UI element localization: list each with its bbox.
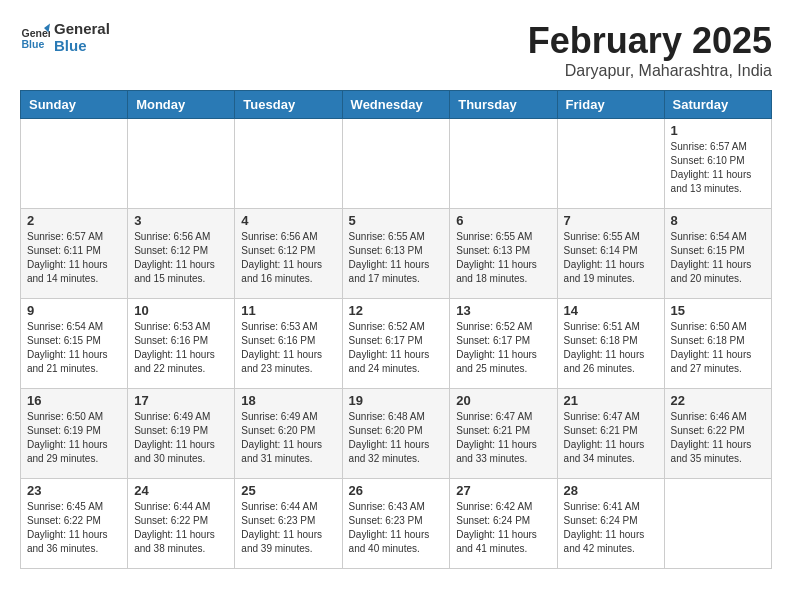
day-number: 19 [349,393,444,408]
day-number: 1 [671,123,765,138]
day-number: 13 [456,303,550,318]
day-info: Sunrise: 6:57 AM Sunset: 6:10 PM Dayligh… [671,140,765,196]
day-info: Sunrise: 6:51 AM Sunset: 6:18 PM Dayligh… [564,320,658,376]
day-info: Sunrise: 6:46 AM Sunset: 6:22 PM Dayligh… [671,410,765,466]
header-friday: Friday [557,91,664,119]
day-number: 17 [134,393,228,408]
calendar-cell: 6Sunrise: 6:55 AM Sunset: 6:13 PM Daylig… [450,209,557,299]
day-number: 2 [27,213,121,228]
calendar-cell: 18Sunrise: 6:49 AM Sunset: 6:20 PM Dayli… [235,389,342,479]
day-number: 15 [671,303,765,318]
day-info: Sunrise: 6:50 AM Sunset: 6:19 PM Dayligh… [27,410,121,466]
calendar-cell: 25Sunrise: 6:44 AM Sunset: 6:23 PM Dayli… [235,479,342,569]
calendar-cell: 27Sunrise: 6:42 AM Sunset: 6:24 PM Dayli… [450,479,557,569]
calendar-cell: 8Sunrise: 6:54 AM Sunset: 6:15 PM Daylig… [664,209,771,299]
day-info: Sunrise: 6:44 AM Sunset: 6:23 PM Dayligh… [241,500,335,556]
day-number: 22 [671,393,765,408]
calendar-cell: 22Sunrise: 6:46 AM Sunset: 6:22 PM Dayli… [664,389,771,479]
day-number: 5 [349,213,444,228]
calendar-cell: 3Sunrise: 6:56 AM Sunset: 6:12 PM Daylig… [128,209,235,299]
day-info: Sunrise: 6:53 AM Sunset: 6:16 PM Dayligh… [134,320,228,376]
day-info: Sunrise: 6:47 AM Sunset: 6:21 PM Dayligh… [564,410,658,466]
day-info: Sunrise: 6:53 AM Sunset: 6:16 PM Dayligh… [241,320,335,376]
calendar-cell: 10Sunrise: 6:53 AM Sunset: 6:16 PM Dayli… [128,299,235,389]
day-number: 11 [241,303,335,318]
day-number: 18 [241,393,335,408]
day-info: Sunrise: 6:56 AM Sunset: 6:12 PM Dayligh… [134,230,228,286]
logo-text-line1: General [54,20,110,37]
calendar-table: SundayMondayTuesdayWednesdayThursdayFrid… [20,90,772,569]
day-number: 21 [564,393,658,408]
calendar-week-row: 1Sunrise: 6:57 AM Sunset: 6:10 PM Daylig… [21,119,772,209]
calendar-cell: 21Sunrise: 6:47 AM Sunset: 6:21 PM Dayli… [557,389,664,479]
day-number: 14 [564,303,658,318]
calendar-cell [664,479,771,569]
calendar-cell [235,119,342,209]
logo-icon: General Blue [20,22,50,52]
day-info: Sunrise: 6:41 AM Sunset: 6:24 PM Dayligh… [564,500,658,556]
header-sunday: Sunday [21,91,128,119]
day-info: Sunrise: 6:57 AM Sunset: 6:11 PM Dayligh… [27,230,121,286]
calendar-cell [21,119,128,209]
day-number: 24 [134,483,228,498]
calendar-cell: 2Sunrise: 6:57 AM Sunset: 6:11 PM Daylig… [21,209,128,299]
calendar-cell: 19Sunrise: 6:48 AM Sunset: 6:20 PM Dayli… [342,389,450,479]
calendar-cell [128,119,235,209]
calendar-cell: 12Sunrise: 6:52 AM Sunset: 6:17 PM Dayli… [342,299,450,389]
day-number: 10 [134,303,228,318]
header-wednesday: Wednesday [342,91,450,119]
day-info: Sunrise: 6:49 AM Sunset: 6:19 PM Dayligh… [134,410,228,466]
day-number: 27 [456,483,550,498]
calendar-cell: 16Sunrise: 6:50 AM Sunset: 6:19 PM Dayli… [21,389,128,479]
day-info: Sunrise: 6:44 AM Sunset: 6:22 PM Dayligh… [134,500,228,556]
calendar-cell: 24Sunrise: 6:44 AM Sunset: 6:22 PM Dayli… [128,479,235,569]
calendar-cell: 9Sunrise: 6:54 AM Sunset: 6:15 PM Daylig… [21,299,128,389]
calendar-cell: 5Sunrise: 6:55 AM Sunset: 6:13 PM Daylig… [342,209,450,299]
day-number: 28 [564,483,658,498]
header-monday: Monday [128,91,235,119]
day-number: 9 [27,303,121,318]
calendar-cell: 1Sunrise: 6:57 AM Sunset: 6:10 PM Daylig… [664,119,771,209]
calendar-cell: 17Sunrise: 6:49 AM Sunset: 6:19 PM Dayli… [128,389,235,479]
day-number: 6 [456,213,550,228]
calendar-header-row: SundayMondayTuesdayWednesdayThursdayFrid… [21,91,772,119]
header-tuesday: Tuesday [235,91,342,119]
calendar-week-row: 16Sunrise: 6:50 AM Sunset: 6:19 PM Dayli… [21,389,772,479]
day-number: 25 [241,483,335,498]
calendar-subtitle: Daryapur, Maharashtra, India [528,62,772,80]
calendar-week-row: 23Sunrise: 6:45 AM Sunset: 6:22 PM Dayli… [21,479,772,569]
calendar-week-row: 9Sunrise: 6:54 AM Sunset: 6:15 PM Daylig… [21,299,772,389]
calendar-cell: 28Sunrise: 6:41 AM Sunset: 6:24 PM Dayli… [557,479,664,569]
day-number: 26 [349,483,444,498]
day-number: 12 [349,303,444,318]
day-info: Sunrise: 6:47 AM Sunset: 6:21 PM Dayligh… [456,410,550,466]
day-info: Sunrise: 6:52 AM Sunset: 6:17 PM Dayligh… [349,320,444,376]
day-number: 8 [671,213,765,228]
calendar-cell: 13Sunrise: 6:52 AM Sunset: 6:17 PM Dayli… [450,299,557,389]
day-info: Sunrise: 6:55 AM Sunset: 6:13 PM Dayligh… [456,230,550,286]
day-info: Sunrise: 6:48 AM Sunset: 6:20 PM Dayligh… [349,410,444,466]
calendar-cell [557,119,664,209]
calendar-cell: 20Sunrise: 6:47 AM Sunset: 6:21 PM Dayli… [450,389,557,479]
logo-text-line2: Blue [54,37,110,54]
day-number: 20 [456,393,550,408]
day-info: Sunrise: 6:42 AM Sunset: 6:24 PM Dayligh… [456,500,550,556]
logo: General Blue General Blue [20,20,110,54]
day-info: Sunrise: 6:56 AM Sunset: 6:12 PM Dayligh… [241,230,335,286]
title-section: February 2025 Daryapur, Maharashtra, Ind… [528,20,772,80]
day-number: 16 [27,393,121,408]
day-number: 3 [134,213,228,228]
calendar-week-row: 2Sunrise: 6:57 AM Sunset: 6:11 PM Daylig… [21,209,772,299]
calendar-cell [450,119,557,209]
day-info: Sunrise: 6:55 AM Sunset: 6:14 PM Dayligh… [564,230,658,286]
day-info: Sunrise: 6:52 AM Sunset: 6:17 PM Dayligh… [456,320,550,376]
day-info: Sunrise: 6:54 AM Sunset: 6:15 PM Dayligh… [671,230,765,286]
calendar-cell: 26Sunrise: 6:43 AM Sunset: 6:23 PM Dayli… [342,479,450,569]
calendar-cell: 15Sunrise: 6:50 AM Sunset: 6:18 PM Dayli… [664,299,771,389]
day-info: Sunrise: 6:45 AM Sunset: 6:22 PM Dayligh… [27,500,121,556]
calendar-title: February 2025 [528,20,772,62]
svg-text:Blue: Blue [22,38,45,50]
calendar-cell [342,119,450,209]
day-number: 7 [564,213,658,228]
calendar-cell: 14Sunrise: 6:51 AM Sunset: 6:18 PM Dayli… [557,299,664,389]
